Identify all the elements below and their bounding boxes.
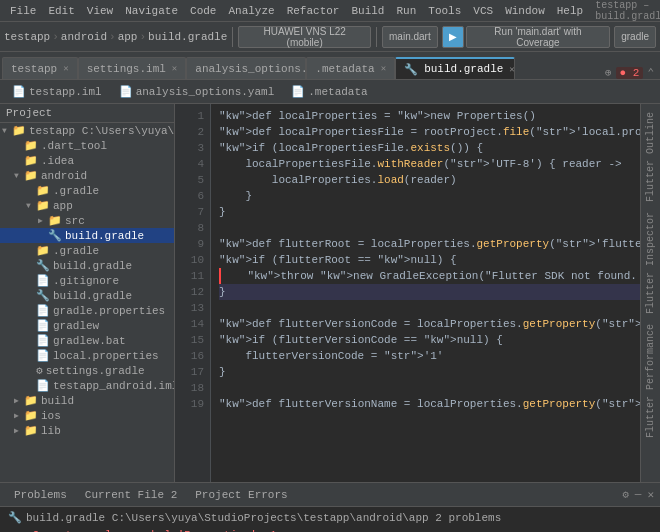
run-config-selector[interactable]: main.dart	[382, 26, 438, 48]
main-area: Project ▼📁testapp C:\Users\yuya\...\Stud…	[0, 104, 660, 482]
line-number: 4	[179, 156, 204, 172]
tree-item[interactable]: ▶📁build	[0, 393, 174, 408]
menu-run[interactable]: Run	[390, 0, 422, 21]
menu-edit[interactable]: Edit	[42, 0, 80, 21]
menu-build[interactable]: Build	[345, 0, 390, 21]
tree-item[interactable]: 📄local.properties	[0, 348, 174, 363]
tree-item[interactable]: 📄.gitignore	[0, 273, 174, 288]
tree-item[interactable]: 📄gradlew.bat	[0, 333, 174, 348]
menu-help[interactable]: Help	[551, 0, 589, 21]
project-header-label: Project	[6, 107, 52, 119]
tree-item[interactable]: 📁.gradle	[0, 183, 174, 198]
window-title: testapp – build.gradle	[589, 0, 660, 21]
line-number: 19	[179, 396, 204, 412]
run-button[interactable]: ▶	[442, 26, 464, 48]
close-tab-build-gradle[interactable]: ✕	[509, 64, 514, 75]
tab2-metadata[interactable]: 📄 .metadata	[283, 81, 375, 103]
tree-item[interactable]: 📁.dart_tool	[0, 138, 174, 153]
scroll-tabs-right[interactable]: ⊕	[601, 66, 616, 79]
menu-refactor[interactable]: Refactor	[281, 0, 346, 21]
code-line: flutterVersionCode = "str">'1'	[219, 348, 640, 364]
breadcrumb-buildgradle[interactable]: build.gradle	[148, 31, 227, 43]
problems-tab-project-errors[interactable]: Project Errors	[187, 483, 295, 506]
project-tree: ▼📁testapp C:\Users\yuya\...\StudioPro...…	[0, 123, 174, 438]
code-line: "kw">def flutterVersionCode = localPrope…	[219, 316, 640, 332]
line-number: 7	[179, 204, 204, 220]
tree-item[interactable]: ▶📁lib	[0, 423, 174, 438]
problems-minimize[interactable]: ─	[635, 489, 642, 501]
tree-item[interactable]: 📄testapp_android.iml	[0, 378, 174, 393]
editor-area[interactable]: 12345678910111213141516171819 "kw">def l…	[175, 104, 640, 482]
tree-item[interactable]: 🔧build.gradle	[0, 228, 174, 243]
breadcrumb-android[interactable]: android	[61, 31, 107, 43]
menu-vcs[interactable]: VCS	[467, 0, 499, 21]
error-item[interactable]: ●Cannot resolve symbol 'Properties' :1	[0, 526, 660, 532]
device-selector[interactable]: HUAWEI VNS L22 (mobile)	[238, 26, 371, 48]
code-container: 12345678910111213141516171819 "kw">def l…	[175, 104, 640, 482]
close-tab-metadata[interactable]: ✕	[381, 63, 386, 74]
gradle-file-icon: 🔧	[404, 63, 418, 76]
tab-build-gradle[interactable]: 🔧 build.gradle ✕	[395, 57, 515, 79]
tree-item[interactable]: ▶📁src	[0, 213, 174, 228]
expand-editor[interactable]: ⌃	[643, 66, 658, 79]
code-line	[219, 220, 640, 236]
code-line: "kw">throw "kw">new GradleException("Flu…	[219, 268, 640, 284]
menu-window[interactable]: Window	[499, 0, 551, 21]
tree-item[interactable]: ⚙️settings.gradle	[0, 363, 174, 378]
breadcrumb-app[interactable]: app	[118, 31, 138, 43]
line-number: 17	[179, 364, 204, 380]
menu-analyze[interactable]: Analyze	[222, 0, 280, 21]
menu-code[interactable]: Code	[184, 0, 222, 21]
sidebar-tab-flutter-outline[interactable]: Flutter Outline	[643, 108, 658, 206]
tab2-analysis-options[interactable]: 📄 analysis_options.yaml	[111, 81, 283, 103]
menu-bar: File Edit View Navigate Code Analyze Ref…	[0, 0, 660, 22]
code-content[interactable]: "kw">def localProperties = "kw">new Prop…	[211, 104, 640, 482]
tab-testapp[interactable]: testapp ✕	[2, 57, 78, 79]
breadcrumb-testapp[interactable]: testapp	[4, 31, 50, 43]
tree-item[interactable]: ▼📁android	[0, 168, 174, 183]
tree-item[interactable]: 📄gradlew	[0, 318, 174, 333]
menu-file[interactable]: File	[4, 0, 42, 21]
tab-analysis-options[interactable]: analysis_options.yaml ✕	[186, 57, 306, 79]
problems-tab-current-file[interactable]: Current File 2	[77, 483, 185, 506]
tab-settings-iml[interactable]: settings.iml ✕	[78, 57, 187, 79]
tree-item[interactable]: 📄gradle.properties	[0, 303, 174, 318]
line-number: 8	[179, 220, 204, 236]
menu-tools[interactable]: Tools	[422, 0, 467, 21]
line-number: 3	[179, 140, 204, 156]
problems-file-path: build.gradle C:\Users\yuya\StudioProject…	[26, 512, 501, 524]
line-numbers: 12345678910111213141516171819	[175, 104, 211, 482]
gradle-button[interactable]: gradle	[614, 26, 656, 48]
problems-tab-problems[interactable]: Problems	[6, 483, 75, 506]
breadcrumb: testapp › android › app › build.gradle	[4, 31, 227, 43]
code-line: "kw">def flutterVersionName = localPrope…	[219, 396, 640, 412]
problems-settings-icon[interactable]: ⚙	[622, 488, 629, 501]
close-tab-testapp[interactable]: ✕	[63, 63, 68, 74]
line-number: 2	[179, 124, 204, 140]
tree-item[interactable]: 📁.idea	[0, 153, 174, 168]
tree-item[interactable]: ▼📁app	[0, 198, 174, 213]
line-number: 13	[179, 300, 204, 316]
line-number: 16	[179, 348, 204, 364]
toolbar: testapp › android › app › build.gradle H…	[0, 22, 660, 52]
line-number: 9	[179, 236, 204, 252]
line-number: 12	[179, 284, 204, 300]
run-with-coverage-button[interactable]: Run 'main.dart' with Coverage	[466, 26, 611, 48]
sidebar-tab-flutter-inspector[interactable]: Flutter Inspector	[643, 208, 658, 318]
tree-item[interactable]: ▶📁ios	[0, 408, 174, 423]
tab2-testapp-iml[interactable]: 📄 testapp.iml	[4, 81, 110, 103]
close-tab-settings[interactable]: ✕	[172, 63, 177, 74]
code-line: }	[219, 284, 640, 300]
problems-close-icon[interactable]: ✕	[647, 488, 654, 501]
tree-item[interactable]: 📁.gradle	[0, 243, 174, 258]
tree-item[interactable]: 🔧build.gradle	[0, 288, 174, 303]
iml-icon: 📄	[12, 85, 26, 98]
tree-item[interactable]: ▼📁testapp C:\Users\yuya\...\StudioPro...	[0, 123, 174, 138]
menu-navigate[interactable]: Navigate	[119, 0, 184, 21]
menu-view[interactable]: View	[81, 0, 119, 21]
sidebar-tab-flutter-performance[interactable]: Flutter Performance	[643, 320, 658, 442]
error-list: ●Cannot resolve symbol 'Properties' :1●C…	[0, 526, 660, 532]
tab-metadata[interactable]: .metadata ✕	[306, 57, 395, 79]
problems-file-header: 🔧 build.gradle C:\Users\yuya\StudioProje…	[0, 509, 660, 526]
tree-item[interactable]: 🔧build.gradle	[0, 258, 174, 273]
